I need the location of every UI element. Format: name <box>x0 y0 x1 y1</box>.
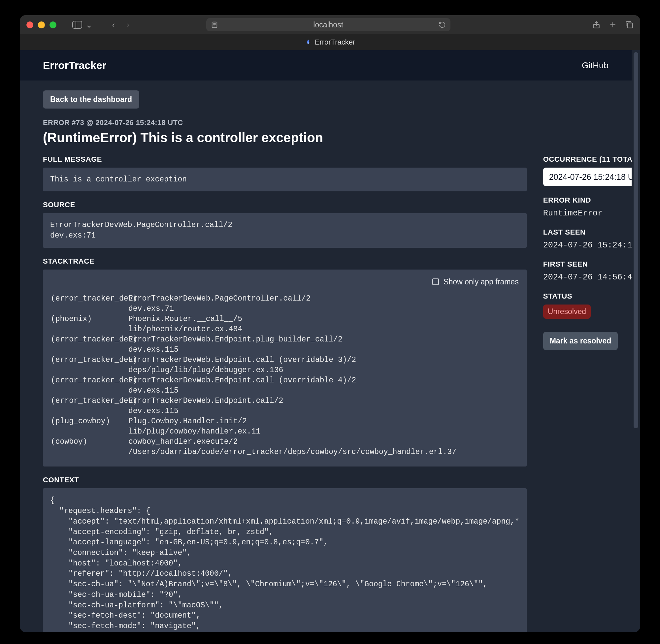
occurrence-selected: 2024-07-26 15:24:18 UTC <box>549 172 632 182</box>
error-meta: ERROR #73 @ 2024-07-26 15:24:18 UTC <box>43 118 609 127</box>
mark-as-resolved-button[interactable]: Mark as resolved <box>543 332 618 350</box>
back-to-dashboard-button[interactable]: Back to the dashboard <box>43 90 139 109</box>
stack-frame-lines: ErrorTrackerDevWeb.PageController.call/2… <box>128 294 519 314</box>
nav-back-button[interactable]: ‹ <box>109 20 118 30</box>
back-to-dashboard-label: Back to the dashboard <box>50 95 132 104</box>
status-badge: Unresolved <box>543 304 591 319</box>
svg-rect-0 <box>73 21 82 28</box>
close-icon[interactable] <box>26 21 33 28</box>
stack-frame: (error_tracker_dev)ErrorTrackerDevWeb.En… <box>51 375 519 396</box>
stack-frame-lines: Plug.Cowboy.Handler.init/2lib/plug/cowbo… <box>128 416 519 437</box>
mark-as-resolved-label: Mark as resolved <box>550 337 612 345</box>
sidebar-error-kind-heading: ERROR KIND <box>543 196 632 205</box>
stack-frame-lines: cowboy_handler.execute/2/Users/odarriba/… <box>128 437 519 457</box>
section-full-message: FULL MESSAGE <box>43 155 527 164</box>
stack-frame-package: (cowboy) <box>51 437 128 457</box>
error-title: (RuntimeError) This is a controller exce… <box>43 130 609 145</box>
traffic-lights <box>26 21 56 28</box>
stack-frame: (error_tracker_dev)ErrorTrackerDevWeb.En… <box>51 396 519 416</box>
svg-rect-9 <box>628 23 633 28</box>
scrollbar[interactable] <box>632 50 640 632</box>
github-link[interactable]: GitHub <box>582 60 609 70</box>
context-card: { "request.headers": { "accept": "text/h… <box>43 488 527 632</box>
occurrence-select[interactable]: 2024-07-26 15:24:18 UTC <box>543 168 632 186</box>
fullscreen-icon[interactable] <box>49 21 56 28</box>
favicon-icon <box>305 39 312 46</box>
tab[interactable]: ErrorTracker <box>20 34 640 50</box>
last-seen-value: 2024-07-26 15:24:18 UTC <box>543 240 632 250</box>
stack-frame-lines: ErrorTrackerDevWeb.Endpoint.call (overri… <box>128 375 519 396</box>
stack-frame: (cowboy)cowboy_handler.execute/2/Users/o… <box>51 437 519 457</box>
show-only-app-frames-label: Show only app frames <box>443 277 519 286</box>
tab-overview-icon[interactable] <box>625 20 634 29</box>
stack-frame: (error_tracker_dev)ErrorTrackerDevWeb.En… <box>51 335 519 355</box>
stack-frame-package: (error_tracker_dev) <box>51 375 128 396</box>
site-settings-icon[interactable] <box>211 21 218 28</box>
stack-frame: (plug_cowboy)Plug.Cowboy.Handler.init/2l… <box>51 416 519 437</box>
full-message-card: This is a controller exception <box>43 168 527 191</box>
stack-frame: (phoenix)Phoenix.Router.__call__/5lib/ph… <box>51 314 519 335</box>
stack-frame: (error_tracker_dev)ErrorTrackerDevWeb.Pa… <box>51 294 519 314</box>
address-text: localhost <box>313 20 343 29</box>
stack-frame-lines: ErrorTrackerDevWeb.Endpoint.call (overri… <box>128 355 519 375</box>
address-bar[interactable]: localhost <box>206 18 451 31</box>
show-only-app-frames-checkbox[interactable] <box>432 278 439 285</box>
section-context: CONTEXT <box>43 476 527 484</box>
error-kind-value: RuntimeError <box>543 208 632 218</box>
stack-frame-package: (error_tracker_dev) <box>51 396 128 416</box>
browser-window: ⌄ ‹ › localhost <box>20 15 640 632</box>
app-header: ErrorTracker GitHub <box>20 50 632 80</box>
sidebar-first-seen-heading: FIRST SEEN <box>543 260 632 269</box>
stack-frame-package: (plug_cowboy) <box>51 416 128 437</box>
stack-frame-package: (error_tracker_dev) <box>51 355 128 375</box>
stack-frame-package: (error_tracker_dev) <box>51 294 128 314</box>
reload-icon[interactable] <box>438 21 446 28</box>
tab-title: ErrorTracker <box>315 38 356 47</box>
sidebar-occurrence-heading: OCCURRENCE (11 TOTAL) <box>543 155 632 164</box>
sidebar-toggle[interactable]: ⌄ <box>72 20 93 29</box>
source-card: ErrorTrackerDevWeb.PageController.call/2… <box>43 213 527 248</box>
section-source: SOURCE <box>43 201 527 209</box>
first-seen-value: 2024-07-26 14:56:47 UTC <box>543 273 632 282</box>
stacktrace-card: Show only app frames (error_tracker_dev)… <box>43 270 527 467</box>
nav-forward-button: › <box>123 20 133 30</box>
stack-frame-lines: Phoenix.Router.__call__/5lib/phoenix/rou… <box>128 314 519 335</box>
sidebar-last-seen-heading: LAST SEEN <box>543 228 632 236</box>
new-tab-icon[interactable] <box>609 20 617 29</box>
chevron-down-icon: ⌄ <box>86 20 93 29</box>
brand: ErrorTracker <box>43 60 106 72</box>
share-icon[interactable] <box>592 20 600 29</box>
stack-frame-package: (phoenix) <box>51 314 128 335</box>
stack-frame-lines: ErrorTrackerDevWeb.Endpoint.plug_builder… <box>128 335 519 355</box>
section-stacktrace: STACKTRACE <box>43 257 527 266</box>
stack-frame-package: (error_tracker_dev) <box>51 335 128 355</box>
titlebar: ⌄ ‹ › localhost <box>20 15 640 34</box>
minimize-icon[interactable] <box>38 21 45 28</box>
stack-frame-lines: ErrorTrackerDevWeb.Endpoint.call/2dev.ex… <box>128 396 519 416</box>
stack-frame: (error_tracker_dev)ErrorTrackerDevWeb.En… <box>51 355 519 375</box>
sidebar-status-heading: STATUS <box>543 292 632 301</box>
